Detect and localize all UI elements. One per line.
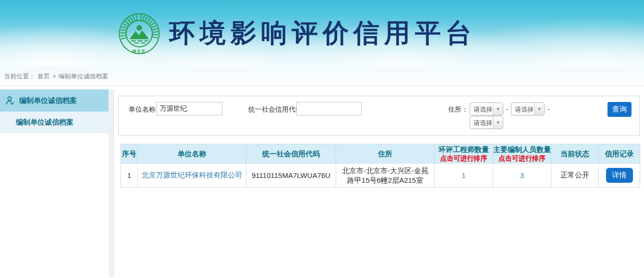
district-select[interactable]: 请选择 — [470, 116, 503, 129]
col-header-engineer-count-label: 环评工程师数量 — [438, 145, 489, 153]
breadcrumb-prefix: 当前位置： — [4, 72, 35, 81]
staff-count-link[interactable]: 3 — [520, 171, 524, 179]
col-header-engineer-count-sortable[interactable]: 环评工程师数量 点击可进行排序 — [435, 144, 493, 164]
sort-hint: 点击可进行排序 — [435, 154, 493, 163]
logo-mee-text: MEE — [133, 48, 146, 53]
table-header-row: 序号 单位名称 统一社会信用代码 住所 环评工程师数量 点击可进行排序 主要编制… — [121, 144, 640, 164]
breadcrumb-current[interactable]: 编制单位诚信档案 — [59, 72, 109, 81]
breadcrumb: 当前位置： 首页 > 编制单位诚信档案 — [0, 67, 644, 86]
chevron-down-icon[interactable] — [493, 103, 503, 115]
sidebar-divider — [109, 89, 114, 277]
credit-code-input[interactable] — [296, 102, 362, 115]
engineer-count-link[interactable]: 1 — [462, 171, 465, 179]
results-table: 序号 单位名称 统一社会信用代码 住所 环评工程师数量 点击可进行排序 主要编制… — [121, 144, 640, 188]
col-header-staff-count-label: 主要编制人员数量 — [493, 145, 551, 153]
cell-status: 正常公开 — [551, 164, 599, 188]
city-select[interactable]: 请选择 — [511, 102, 545, 115]
sidebar: 编制单位诚信档案 编制单位诚信档案 — [0, 86, 109, 277]
search-panel: 单位名称： 统一社会信用代码： 住所： 请选择 - 请选择 - 请选择 查询 — [118, 96, 640, 136]
unit-name-input[interactable] — [156, 102, 222, 115]
table-row: 1 北京万源世纪环保科技有限公司 91110115MA7LWUA76U 北京市-… — [121, 164, 640, 188]
query-button[interactable]: 查询 — [608, 102, 632, 117]
col-header-credit-record: 信用记录 — [599, 144, 640, 164]
detail-button[interactable]: 详情 — [606, 168, 633, 183]
sidebar-item-archive-main[interactable]: 编制单位诚信档案 — [0, 89, 109, 112]
col-header-staff-count-sortable[interactable]: 主要编制人员数量 点击可进行排序 — [493, 144, 551, 164]
chevron-down-icon[interactable] — [534, 103, 544, 115]
content-layout: 编制单位诚信档案 编制单位诚信档案 单位名称： 统一社会信用代码： 住所： 请选… — [0, 86, 644, 277]
province-select[interactable]: 请选择 — [470, 102, 503, 115]
col-header-status: 当前状态 — [551, 144, 599, 164]
chevron-down-icon[interactable] — [493, 116, 503, 128]
mee-logo-icon: MEE — [118, 13, 160, 55]
district-select-value: 请选择 — [470, 116, 493, 128]
breadcrumb-home-link[interactable]: 首页 — [37, 72, 50, 81]
col-header-unit-name: 单位名称 — [138, 144, 246, 164]
main-content: 单位名称： 统一社会信用代码： 住所： 请选择 - 请选择 - 请选择 查询 — [114, 86, 644, 277]
col-header-index: 序号 — [121, 144, 138, 164]
sidebar-subitem-label: 编制单位诚信档案 — [16, 118, 73, 127]
province-select-value: 请选择 — [470, 103, 493, 115]
city-select-value: 请选择 — [511, 103, 534, 115]
address-label: 住所： — [448, 105, 468, 114]
cell-credit-code: 91110115MA7LWUA76U — [246, 164, 336, 188]
breadcrumb-separator: > — [52, 73, 56, 80]
sort-hint: 点击可进行排序 — [493, 154, 551, 163]
address-dash-1: - — [506, 105, 509, 113]
col-header-address: 住所 — [336, 144, 435, 164]
page-title: 环境影响评价信用平台 — [169, 16, 476, 51]
cell-index: 1 — [121, 164, 138, 188]
col-header-credit-code: 统一社会信用代码 — [246, 144, 336, 164]
unit-name-link[interactable]: 北京万源世纪环保科技有限公司 — [142, 171, 243, 179]
site-header: MEE 环境影响评价信用平台 — [0, 0, 644, 67]
sidebar-item-archive-sub[interactable]: 编制单位诚信档案 — [0, 112, 109, 133]
cell-address: 北京市-北京市-大兴区-金苑路甲15号6幢2层A215室 — [336, 164, 435, 188]
address-dash-2: - — [547, 105, 550, 113]
sidebar-item-label: 编制单位诚信档案 — [19, 96, 77, 105]
user-check-icon — [5, 95, 15, 106]
